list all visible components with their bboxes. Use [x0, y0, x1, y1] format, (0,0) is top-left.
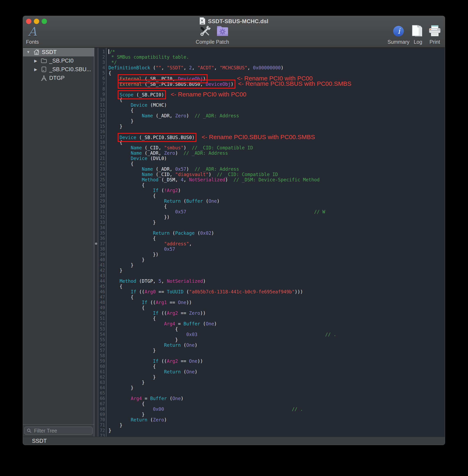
code-line — [108, 390, 445, 396]
code-line: Name (_ADR, Zero) // _ADR: Address — [108, 113, 445, 118]
sidebar: ▼SSDT▶_SB.PCI0▶_SB.PCI0.SBU...DTGP — [23, 48, 94, 437]
filter-tree-input[interactable] — [24, 427, 93, 435]
code-line: Device (MCHC) — [108, 102, 445, 108]
code-line — [108, 225, 445, 230]
code-line: Name (_ADR, Zero) // _ADR: Address — [108, 150, 445, 156]
code-line: Arg4 = Buffer (One) — [108, 396, 445, 401]
code-line: } — [108, 257, 445, 262]
code-line: Scope (_SB.PCI0)<- Rename PCI0 with PC00 — [108, 92, 445, 97]
window-title: SSDT-SBUS-MCHC.dsl — [208, 18, 268, 25]
status-text: SSDT — [32, 438, 47, 444]
code-line: } — [108, 374, 445, 380]
code-line: { — [108, 401, 445, 406]
tree-item-label: _SB.PCI0 — [49, 58, 74, 64]
tree-item-dtgp[interactable]: DTGP — [23, 74, 94, 82]
code-editor: 1234567891011121314151617181920212223242… — [94, 48, 445, 437]
code-line: Return (Package (0x02) — [108, 230, 445, 236]
method-icon — [40, 74, 48, 81]
toolbar-patch-label: Patch — [206, 39, 239, 45]
disclosure-triangle-icon[interactable]: ▶ — [33, 59, 39, 63]
code-line: DefinitionBlock ("", "SSDT", 2, "ACDT", … — [108, 65, 445, 70]
marker-gutter[interactable] — [94, 48, 98, 437]
code-line — [108, 353, 445, 358]
code-line: } — [108, 422, 445, 428]
patch-folder-icon — [216, 25, 229, 39]
code-line: }) — [108, 214, 445, 220]
line-marker-dot — [95, 242, 97, 245]
code-line: */ — [108, 60, 445, 65]
code-pane[interactable]: /* * SMBus compatibility table. */Defini… — [106, 48, 445, 437]
code-line: } — [108, 428, 445, 433]
tree-item--sb-pci0-sbu-[interactable]: ▶_SB.PCI0.SBU... — [23, 65, 94, 74]
disclosure-triangle-icon[interactable]: ▼ — [25, 50, 31, 54]
tree-item-ssdt[interactable]: ▼SSDT — [23, 48, 94, 56]
code-line: "address", — [108, 241, 445, 246]
code-line: Method (DTGP, 5, NotSerialized) — [108, 278, 445, 284]
tree-item--sb-pci0[interactable]: ▶_SB.PCI0 — [23, 56, 94, 65]
code-line: Name (_CID, "diagsvault") // _CID: Compa… — [108, 172, 445, 177]
folder-icon — [40, 57, 48, 64]
code-line: { — [108, 108, 445, 113]
status-bar: SSDT — [23, 437, 445, 445]
code-line: { — [108, 316, 445, 321]
toolbar-print-label: Print — [418, 39, 445, 45]
toolbar-patch-button[interactable]: Patch — [206, 24, 239, 45]
maciasl-window: SSDT-SBUS-MCHC.dsl A Fonts — [23, 16, 445, 445]
code-line: { — [108, 140, 445, 145]
toolbar-print-button[interactable]: Print — [418, 24, 445, 45]
code-line: } — [108, 262, 445, 268]
code-line: Return (One) — [108, 342, 445, 348]
code-line: 0x00 // . — [108, 406, 445, 412]
tree-item-label: DTGP — [49, 75, 65, 81]
code-line: { — [108, 193, 445, 198]
code-line: /* — [108, 49, 445, 54]
disclosure-triangle-icon[interactable]: ▶ — [33, 67, 39, 72]
code-line: If (!Arg2) — [108, 188, 445, 193]
code-line: { — [108, 305, 445, 311]
code-line: } — [108, 220, 445, 225]
code-line: Return (Buffer (One) — [108, 198, 445, 204]
code-line: 0x03 // . — [108, 332, 445, 337]
code-line: * SMBus compatibility table. — [108, 54, 445, 60]
printer-icon — [428, 25, 441, 38]
toolbar-fonts-button[interactable]: A Fonts — [23, 24, 49, 45]
rename-annotation: <- Rename PCI0.SBUS with PC00.SMBS — [202, 134, 315, 140]
rename-highlight-box: External (_SB_.PCI0.SBUS.BUS0, DeviceObj… — [119, 81, 233, 87]
code-line: } — [108, 348, 445, 353]
code-line: 0x57 // W — [108, 209, 445, 214]
code-line: If ((Arg0 == ToUUID ("a0b5b7c6-1318-441c… — [108, 289, 445, 294]
ssdt-tree: ▼SSDT▶_SB.PCI0▶_SB.PCI0.SBU...DTGP — [23, 48, 94, 425]
line-number-gutter: 1234567891011121314151617181920212223242… — [98, 48, 106, 437]
tree-item-label: _SB.PCI0.SBU... — [49, 66, 91, 73]
code-line: } — [108, 385, 445, 390]
code-line: Device (DVL0) — [108, 156, 445, 161]
code-line: }) — [108, 252, 445, 257]
code-line: { — [108, 294, 445, 300]
rename-annotation: <- Rename PCI0.SBUS with PC00.SMBS — [238, 80, 351, 87]
home-icon — [32, 49, 41, 56]
device-icon — [40, 66, 48, 73]
fonts-icon: A — [28, 26, 37, 38]
toolbar-fonts-label: Fonts — [23, 39, 49, 45]
code-line: } — [108, 118, 445, 124]
code-line: { — [108, 327, 445, 332]
code-line: Method (_DSM, 4, NotSerialized) // _DSM:… — [108, 177, 445, 182]
tree-item-label: SSDT — [42, 49, 57, 55]
code-line: { — [108, 284, 445, 289]
code-line: Arg4 = Buffer (One) — [108, 321, 445, 327]
code-line: 0x57 — [108, 246, 445, 252]
code-line: { — [108, 364, 445, 369]
code-line: External (_SB_.PCI0.SBUS.BUS0, DeviceObj… — [108, 81, 445, 86]
code-line: If ((Arg1 == One)) — [108, 300, 445, 305]
code-line: } — [108, 412, 445, 417]
code-line: If ((Arg2 == One)) — [108, 358, 445, 364]
code-line: Device (_SB.PCI0.SBUS.BUS0)<- Rename PCI… — [108, 134, 445, 140]
text-cursor — [108, 49, 109, 54]
code-line — [108, 273, 445, 278]
rename-highlight-box: Device (_SB.PCI0.SBUS.BUS0) — [119, 135, 195, 140]
code-line — [108, 86, 445, 92]
filter-bar — [23, 424, 94, 437]
rename-highlight-box: External (_SB_.PCI0, DeviceObj) — [119, 76, 206, 81]
code-line: { — [108, 204, 445, 209]
code-line: } — [108, 268, 445, 273]
